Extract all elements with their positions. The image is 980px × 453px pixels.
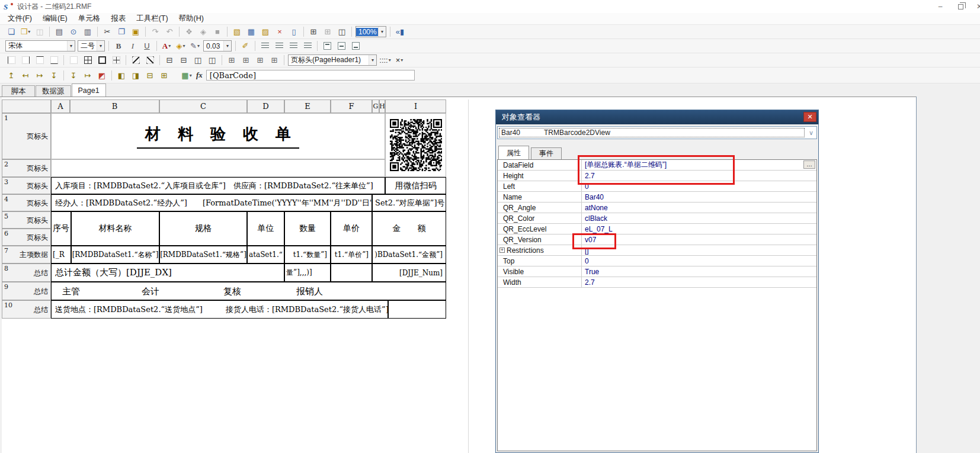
expand-icon[interactable]: + [499,248,505,253]
split-vertical-button[interactable]: ◫ [191,54,204,66]
insert-table-button[interactable]: ▦ [245,26,258,38]
font-name-combo[interactable]: 宋体▾ [5,40,75,52]
property-value[interactable]: 2.7 [582,277,816,287]
valign-top-button[interactable] [321,40,334,52]
menu-edit[interactable]: 编辑(E) [37,14,73,24]
cell-data-amount[interactable]: )BDataSet1.“金额”] [372,246,446,264]
dropdown-arrow-icon[interactable]: ▾ [190,73,192,78]
column-header-G[interactable]: G [372,99,379,113]
merge-vertical-button[interactable]: ◫ [206,54,219,66]
page-setup-button[interactable]: ▥ [81,26,94,38]
align-center-button[interactable] [273,40,286,52]
line-width-combo[interactable]: 0.03▾ [203,40,232,52]
border-right-button[interactable] [19,54,32,66]
row-label-2[interactable]: 2页标头 [2,159,51,177]
cell-data-unit[interactable]: ataSet1.“ [247,246,284,264]
cell-header-price[interactable]: 单价 [331,211,372,246]
sheet-corner-cell[interactable] [2,99,51,113]
blank-page-button[interactable]: ▯ [287,26,300,38]
move-band-down-button[interactable]: ↧ [67,69,80,81]
column-header-B[interactable]: B [70,99,159,113]
show-grid-button[interactable]: ⊞ [307,26,320,38]
delete-page-button[interactable]: × [273,26,286,38]
property-value[interactable]: v07 [582,234,816,245]
property-row-qr_ecclevel[interactable]: QR_EccLeveleL_07_L [498,224,816,234]
dropdown-arrow-icon[interactable]: ▾ [197,43,200,49]
paste-button[interactable]: ▣ [129,26,142,38]
split-horizontal-button[interactable]: ⊟ [163,54,176,66]
border-left-button[interactable] [5,54,18,66]
delete-column-button[interactable]: ↧ [47,69,60,81]
band-selector-combo[interactable]: 页标头(PageHeader1)▾ [288,54,377,66]
menu-report[interactable]: 报表 [105,14,131,24]
object-selector-combo[interactable]: Bar40 TRMBarcode2DView ∨ [497,126,817,139]
insert-row-button[interactable]: ↥ [5,69,18,81]
column-header-A[interactable]: A [51,99,70,113]
exit-designer-button[interactable]: «▮ [393,26,406,38]
border-bottom-button[interactable] [47,54,60,66]
italic-button[interactable]: I [126,40,139,52]
band-color-button[interactable]: ◩ [95,69,108,81]
cell-total-words[interactable]: 总计金额（大写）[DJJE_DX] [51,264,284,282]
copy-button[interactable]: ❐ [115,26,128,38]
insert-cell-left-button[interactable]: ⊞ [225,54,238,66]
cell-header-amount[interactable]: 金 额 [372,211,446,246]
property-value[interactable]: 0 [582,256,816,266]
cell-header-seq[interactable]: 序号 [51,211,71,246]
cell-total-blank[interactable] [331,264,372,282]
highlight-button[interactable]: ✐ [239,40,252,52]
property-row-visible[interactable]: VisibleTrue [498,266,816,277]
cell-report-title[interactable]: 材 料 验 收 单 [51,113,385,159]
dropdown-arrow-icon[interactable]: ▾ [28,29,30,34]
print-preview-button[interactable]: ⊙ [67,26,80,38]
cell-data-qty[interactable]: t1.“数量”] [284,246,331,264]
delete-row-button[interactable]: ↦ [33,69,46,81]
menu-file[interactable]: 文件(F) [2,14,37,24]
insert-cell-right-button[interactable]: ⊞ [239,54,252,66]
cell-header-spec[interactable]: 规格 [159,211,247,246]
align-justify-button[interactable] [301,40,314,52]
tab-events[interactable]: 事件 [531,147,562,159]
cell-delivery-info[interactable]: 送货地点：[RMDBDataSet2.“送货地点”] 接货人电话：[RMDBDa… [51,300,388,319]
bold-button[interactable]: B [112,40,125,52]
maximize-restore-button[interactable] [950,0,971,13]
property-row-qr_angle[interactable]: QR_AngleatNone [498,203,816,213]
formula-input[interactable]: [QBarCode] [206,70,415,81]
print-button[interactable]: ▤ [53,26,66,38]
add-page-button[interactable]: ▨ [259,26,272,38]
merge-horizontal-button[interactable]: ⊟ [177,54,190,66]
menu-cell[interactable]: 单元格 [73,14,106,24]
border-none-button[interactable] [67,54,80,66]
column-header-F[interactable]: F [331,99,372,113]
insert-cell-above-button[interactable]: ⊞ [254,54,267,66]
inspector-titlebar[interactable]: 对象查看器 ✕ [496,110,818,124]
row-label-8[interactable]: 8总结 [2,264,51,282]
column-header-I[interactable]: I [385,99,446,113]
cell-warehouse-supplier[interactable]: 入库项目：[RMDBDataSet2.“入库项目或仓库”] 供应商：[RMDBD… [51,177,385,194]
tab-script[interactable]: 脚本 [2,85,35,97]
chevron-down-icon[interactable]: ∨ [806,129,816,137]
font-size-combo[interactable]: 二号▾ [78,40,105,52]
dropdown-arrow-icon[interactable]: ▾ [369,55,376,65]
border-top-button[interactable] [33,54,46,66]
property-value[interactable]: True [582,266,816,277]
property-value[interactable]: clBlack [582,213,816,223]
property-value[interactable]: eL_07_L [582,224,816,234]
align-right-button[interactable] [287,40,300,52]
cell-handler-date[interactable]: 经办人：[RMDBDataSet2.“经办人”] [FormatDateTime… [51,194,372,211]
column-header-E[interactable]: E [284,99,331,113]
minimize-button[interactable]: – [930,0,950,13]
tab-properties[interactable]: 属性 [498,146,529,159]
band-align-4-button[interactable]: ⊞ [158,69,171,81]
ellipsis-button[interactable]: … [803,160,815,169]
valign-bottom-button[interactable] [349,40,362,52]
zoom-combo[interactable]: 100%▾ [356,26,386,37]
clear-border-button[interactable]: ×▾ [393,54,406,66]
insert-band-button[interactable]: ▧ [230,26,244,38]
row-label-1[interactable]: 1页标头 [2,113,51,159]
row-label-10[interactable]: 10总结 [2,300,51,319]
dropdown-arrow-icon[interactable]: ▾ [168,43,171,49]
tab-page1[interactable]: Page1 [72,83,106,97]
diagonal-down-button[interactable] [129,54,142,66]
cell-wechat-scan-label[interactable]: 用微信扫码 [385,177,446,194]
